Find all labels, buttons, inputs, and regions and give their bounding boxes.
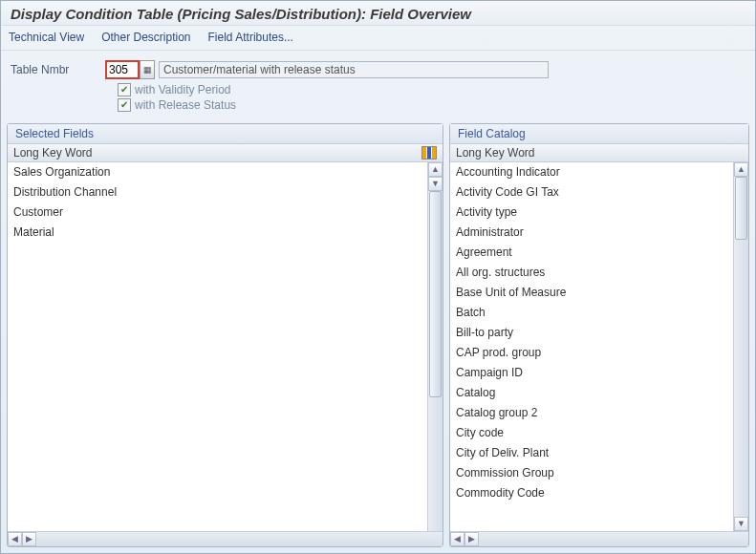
field-catalog-list: Accounting IndicatorActivity Code GI Tax… [450, 162, 748, 531]
list-item[interactable]: CAP prod. group [450, 343, 733, 363]
scroll-down-icon[interactable]: ▼ [428, 177, 443, 191]
validity-period-checkbox-row: ✔ with Validity Period [118, 83, 745, 96]
list-item[interactable]: Commodity Code [450, 483, 733, 503]
menu-other-description[interactable]: Other Description [101, 31, 190, 44]
list-item[interactable]: Agreement [450, 243, 733, 263]
validity-period-label: with Validity Period [135, 83, 231, 96]
scroll-thumb[interactable] [429, 191, 442, 397]
menu-field-attributes[interactable]: Field Attributes... [208, 31, 293, 44]
list-item[interactable]: Activity Code GI Tax [450, 182, 733, 202]
field-catalog-hscroll[interactable]: ◀ ▶ [450, 531, 748, 546]
form-area: Table Nmbr ▦ ✔ with Validity Period ✔ wi… [1, 51, 755, 117]
grid-icon[interactable] [421, 146, 437, 160]
table-nmbr-label: Table Nmbr [11, 63, 106, 76]
scroll-thumb[interactable] [735, 177, 747, 240]
field-catalog-col-header[interactable]: Long Key Word [450, 144, 748, 162]
panels-area: Selected Fields Long Key Word Sales Orga… [1, 117, 755, 553]
list-item[interactable]: All org. structures [450, 263, 733, 283]
list-item[interactable]: City of Deliv. Plant [450, 443, 733, 463]
scroll-left-icon[interactable]: ◀ [450, 532, 464, 546]
list-item[interactable]: Commission Group [450, 463, 733, 483]
list-item[interactable]: City code [450, 423, 733, 443]
field-catalog-panel: Field Catalog Long Key Word Accounting I… [449, 123, 749, 547]
scroll-left-icon[interactable]: ◀ [8, 532, 22, 546]
list-item[interactable]: Activity type [450, 202, 733, 223]
list-item[interactable]: Distribution Channel [8, 182, 427, 202]
table-nmbr-input[interactable] [106, 61, 139, 78]
search-help-icon[interactable]: ▦ [140, 60, 155, 79]
field-catalog-vscroll[interactable]: ▲ ▼ [733, 162, 748, 531]
list-item[interactable]: Material [8, 223, 427, 243]
release-status-label: with Release Status [135, 98, 236, 112]
validity-period-checkbox[interactable]: ✔ [118, 83, 131, 96]
menu-bar: Technical View Other Description Field A… [1, 26, 755, 51]
field-catalog-title: Field Catalog [450, 124, 748, 144]
selected-fields-list: Sales OrganizationDistribution ChannelCu… [8, 162, 443, 531]
field-catalog-col-label: Long Key Word [456, 146, 535, 160]
window: Display Condition Table (Pricing Sales/D… [0, 0, 756, 554]
page-title: Display Condition Table (Pricing Sales/D… [1, 1, 755, 26]
list-item[interactable]: Campaign ID [450, 363, 733, 383]
selected-fields-title: Selected Fields [8, 124, 443, 144]
list-item[interactable]: Catalog [450, 383, 733, 403]
selected-fields-vscroll[interactable]: ▲ ▼ [427, 162, 443, 531]
scroll-down-icon[interactable]: ▼ [734, 517, 748, 531]
scroll-up-icon[interactable]: ▲ [428, 162, 443, 177]
list-item[interactable]: Catalog group 2 [450, 403, 733, 423]
list-item[interactable]: Sales Organization [8, 162, 427, 182]
selected-fields-panel: Selected Fields Long Key Word Sales Orga… [7, 123, 443, 547]
list-item[interactable]: Bill-to party [450, 323, 733, 343]
list-item[interactable]: Administrator [450, 223, 733, 243]
list-item[interactable]: Accounting Indicator [450, 162, 733, 182]
table-desc-field [159, 61, 549, 78]
scroll-right-icon[interactable]: ▶ [464, 532, 479, 546]
list-item[interactable]: Batch [450, 303, 733, 323]
selected-fields-col-header[interactable]: Long Key Word [8, 144, 443, 162]
list-item[interactable]: Customer [8, 202, 427, 223]
scroll-right-icon[interactable]: ▶ [22, 532, 36, 546]
selected-fields-col-label: Long Key Word [13, 146, 93, 160]
release-status-checkbox[interactable]: ✔ [118, 98, 131, 112]
scroll-up-icon[interactable]: ▲ [734, 162, 748, 177]
selected-fields-hscroll[interactable]: ◀ ▶ [8, 531, 443, 546]
menu-technical-view[interactable]: Technical View [9, 31, 84, 44]
release-status-checkbox-row: ✔ with Release Status [118, 98, 745, 112]
list-item[interactable]: Base Unit of Measure [450, 283, 733, 303]
